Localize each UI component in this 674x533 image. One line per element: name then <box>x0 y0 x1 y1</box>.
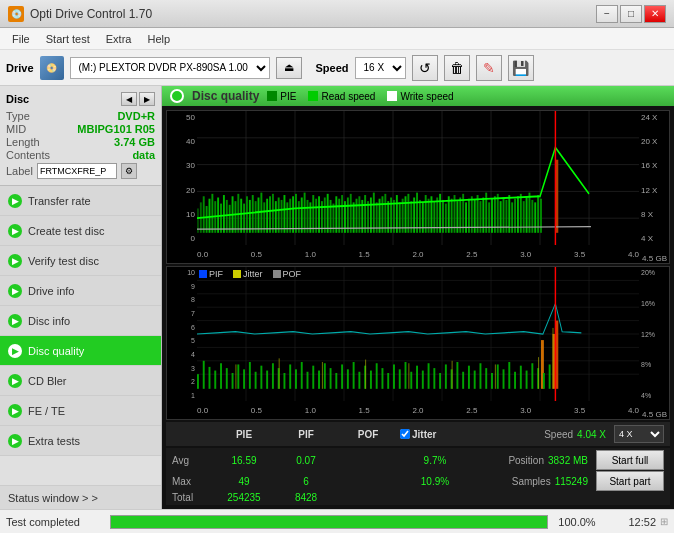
write-button[interactable]: ✎ <box>476 55 502 81</box>
sidebar-item-transfer-rate[interactable]: ▶ Transfer rate <box>0 186 161 216</box>
total-pif: 8428 <box>276 492 336 503</box>
svg-rect-190 <box>410 372 412 389</box>
sidebar-item-drive-info[interactable]: ▶ Drive info <box>0 276 161 306</box>
menu-help[interactable]: Help <box>139 31 178 47</box>
start-full-button[interactable]: Start full <box>596 450 664 470</box>
disc-prev-button[interactable]: ◀ <box>121 92 137 106</box>
svg-rect-221 <box>408 363 409 389</box>
drive-select[interactable]: (M:) PLEXTOR DVDR PX-890SA 1.00 <box>70 57 270 79</box>
svg-rect-172 <box>307 372 309 389</box>
byr-4: 4% <box>641 392 667 399</box>
svg-rect-199 <box>462 372 464 389</box>
create-test-label: Create test disc <box>28 225 104 237</box>
disc-panel: Disc ◀ ▶ Type DVD+R MID MBIPG101 R05 Len… <box>0 86 161 186</box>
sidebar-item-disc-info[interactable]: ▶ Disc info <box>0 306 161 336</box>
legend-jitter-label: Jitter <box>243 269 263 279</box>
menu-extra[interactable]: Extra <box>98 31 140 47</box>
svg-rect-118 <box>500 201 502 233</box>
svg-rect-55 <box>318 196 320 233</box>
svg-rect-204 <box>491 373 493 389</box>
by-9: 9 <box>169 283 195 290</box>
stats-data-rows: Avg 16.59 0.07 9.7% Position 3832 MB Sta… <box>166 448 670 505</box>
sidebar-item-extra-tests[interactable]: ▶ Extra tests <box>0 426 161 456</box>
disc-quality-title: Disc quality <box>192 89 259 103</box>
svg-rect-66 <box>350 194 352 233</box>
speed-select[interactable]: 16 X <box>355 57 406 79</box>
y-0: 0 <box>169 234 195 243</box>
svg-rect-26 <box>234 201 236 233</box>
sidebar-item-cd-bler[interactable]: ▶ CD Bler <box>0 366 161 396</box>
svg-rect-129 <box>531 200 533 233</box>
svg-rect-71 <box>364 195 366 233</box>
close-button[interactable]: ✕ <box>644 5 666 23</box>
menu-start-test[interactable]: Start test <box>38 31 98 47</box>
legend-pif: PIF <box>199 269 223 279</box>
sidebar-item-disc-quality[interactable]: ▶ Disc quality <box>0 336 161 366</box>
erase-button[interactable]: 🗑 <box>444 55 470 81</box>
minimize-button[interactable]: − <box>596 5 618 23</box>
by-6: 6 <box>169 324 195 331</box>
disc-next-button[interactable]: ▶ <box>139 92 155 106</box>
svg-rect-183 <box>370 371 372 389</box>
verify-test-label: Verify test disc <box>28 255 99 267</box>
save-button[interactable]: 💾 <box>508 55 534 81</box>
sidebar-item-verify-test-disc[interactable]: ▶ Verify test disc <box>0 246 161 276</box>
svg-rect-97 <box>439 194 441 233</box>
svg-rect-132 <box>540 199 542 233</box>
svg-rect-223 <box>495 364 496 388</box>
svg-rect-195 <box>439 373 441 389</box>
progress-bar-fill <box>111 516 547 528</box>
samples-val: 115249 <box>555 476 588 487</box>
top-chart-plot <box>197 111 639 245</box>
jitter-checkbox[interactable] <box>400 429 410 439</box>
svg-rect-173 <box>312 366 314 389</box>
total-label: Total <box>172 492 212 503</box>
sidebar-item-create-test-disc[interactable]: ▶ Create test disc <box>0 216 161 246</box>
svg-rect-168 <box>283 373 285 389</box>
legend-pie-box <box>267 91 277 101</box>
y-50: 50 <box>169 113 195 122</box>
byr-12: 12% <box>641 331 667 338</box>
svg-rect-210 <box>526 371 528 389</box>
maximize-button[interactable]: □ <box>620 5 642 23</box>
menu-file[interactable]: File <box>4 31 38 47</box>
scan-speed-select[interactable]: 4 X <box>614 425 664 443</box>
disc-label-key: Label <box>6 165 33 177</box>
sidebar-item-fe-te[interactable]: ▶ FE / TE <box>0 396 161 426</box>
svg-rect-164 <box>260 366 262 389</box>
svg-rect-205 <box>497 364 499 388</box>
refresh-button[interactable]: ↺ <box>412 55 438 81</box>
svg-rect-175 <box>324 363 326 389</box>
svg-rect-58 <box>327 194 329 233</box>
svg-rect-176 <box>330 368 332 389</box>
y-10: 10 <box>169 210 195 219</box>
top-gb-label: 4.5 GB <box>642 254 667 263</box>
svg-rect-186 <box>387 373 389 389</box>
disc-label-btn[interactable]: ⚙ <box>121 163 137 179</box>
legend-pie-label: PIE <box>280 91 296 102</box>
position-val: 3832 MB <box>548 455 588 466</box>
legend-pof-label: POF <box>283 269 302 279</box>
disc-length-row: Length 3.74 GB <box>6 136 155 148</box>
svg-rect-41 <box>278 197 280 232</box>
svg-rect-202 <box>479 363 481 389</box>
disc-header: Disc ◀ ▶ <box>6 92 155 106</box>
app-icon: 💿 <box>8 6 24 22</box>
disc-mid-row: MID MBIPG101 R05 <box>6 123 155 135</box>
col-jitter-header: Jitter <box>412 429 436 440</box>
disc-label-input[interactable] <box>37 163 117 179</box>
start-part-button[interactable]: Start part <box>596 471 664 491</box>
eject-button[interactable]: ⏏ <box>276 57 302 79</box>
svg-rect-208 <box>514 372 516 389</box>
by-8: 8 <box>169 296 195 303</box>
status-window-button[interactable]: Status window > > <box>0 485 161 509</box>
svg-rect-174 <box>318 371 320 389</box>
stats-total-row: Total 254235 8428 <box>172 492 664 503</box>
svg-rect-218 <box>279 358 280 388</box>
disc-quality-header-icon <box>170 89 184 103</box>
legend-pof: POF <box>273 269 302 279</box>
svg-rect-15 <box>203 196 205 233</box>
by-2: 2 <box>169 378 195 385</box>
svg-rect-211 <box>531 363 533 389</box>
x-15: 1.5 <box>359 250 370 259</box>
